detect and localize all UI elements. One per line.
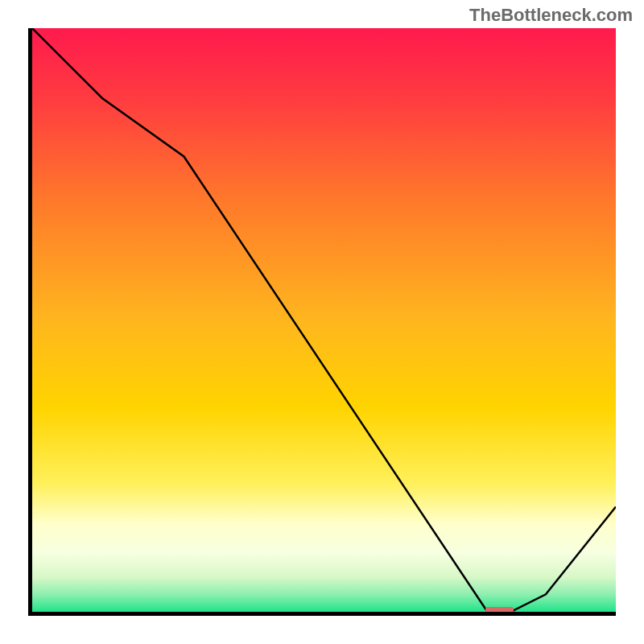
chart-area bbox=[28, 28, 616, 616]
chart-line bbox=[32, 28, 616, 612]
watermark: TheBottleneck.com bbox=[469, 5, 633, 26]
bottleneck-marker bbox=[485, 607, 514, 613]
